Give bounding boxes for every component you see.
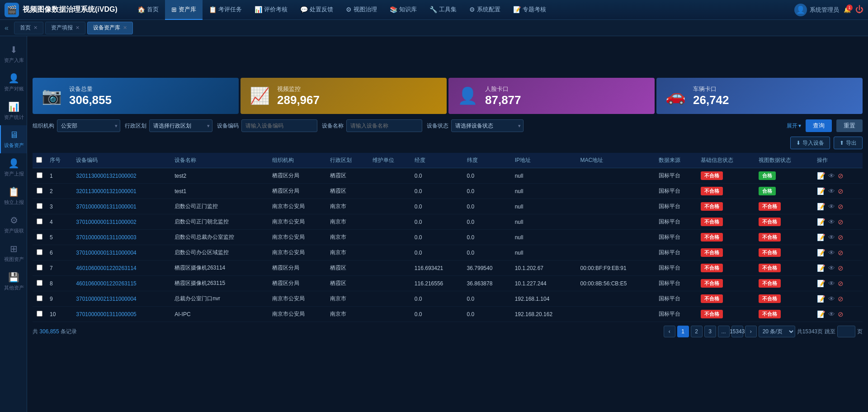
op-view-icon[interactable]: 👁 — [828, 233, 835, 241]
sidebar-item-asset-stats[interactable]: 📊 资产统计 — [0, 97, 27, 125]
nav-tools[interactable]: 🔧 工具集 — [423, 0, 463, 20]
nav-sysconfig[interactable]: ⚙ 系统配置 — [463, 0, 507, 20]
page-1-button[interactable]: 1 — [677, 326, 689, 337]
sidebar-item-view-assets[interactable]: ⊞ 视图资产 — [0, 239, 27, 267]
reset-button[interactable]: 重置 — [836, 119, 863, 132]
op-view-icon[interactable]: 👁 — [828, 295, 835, 303]
tab-device-assets-close[interactable]: ✕ — [123, 25, 127, 31]
tab-device-assets[interactable]: 设备资产库 ✕ — [87, 22, 133, 34]
op-delete-icon[interactable]: ⊘ — [838, 233, 844, 242]
op-edit-icon[interactable]: 📝 — [817, 264, 826, 272]
nav-assets[interactable]: ⊞ 资产库 — [165, 0, 203, 20]
row-checkbox[interactable] — [37, 218, 42, 224]
op-edit-icon[interactable]: 📝 — [817, 187, 826, 195]
row-checkbox[interactable] — [37, 249, 42, 255]
tab-asset-fill[interactable]: 资产填报 ✕ — [45, 22, 85, 34]
page-prev-button[interactable]: ‹ — [664, 326, 675, 337]
op-edit-icon[interactable]: 📝 — [817, 218, 826, 226]
cell-code[interactable]: 37010000001311000005 — [72, 307, 171, 322]
expand-button[interactable]: 展开 ▾ — [787, 122, 801, 130]
select-all-checkbox[interactable] — [36, 157, 42, 163]
op-delete-icon[interactable]: ⊘ — [838, 187, 844, 195]
op-edit-icon[interactable]: 📝 — [817, 233, 826, 242]
sidebar-item-asset-cascade[interactable]: ⚙ 资产级联 — [0, 210, 27, 239]
page-2-button[interactable]: 2 — [691, 326, 703, 337]
goto-input[interactable] — [837, 326, 855, 337]
op-edit-icon[interactable]: 📝 — [817, 295, 826, 303]
page-next-button[interactable]: › — [745, 326, 757, 337]
op-view-icon[interactable]: 👁 — [828, 172, 835, 180]
sidebar-item-standalone-report[interactable]: 📋 独立上报 — [0, 182, 27, 210]
tab-asset-fill-close[interactable]: ✕ — [75, 25, 80, 31]
cell-code[interactable]: 37010000001311000003 — [72, 230, 171, 245]
op-delete-icon[interactable]: ⊘ — [838, 264, 844, 272]
row-checkbox[interactable] — [37, 280, 42, 286]
export-button[interactable]: ⬆ 导出 — [834, 137, 863, 149]
cell-code[interactable]: 46010600001220263114 — [72, 260, 171, 276]
org-select[interactable]: 公安部 — [57, 119, 120, 132]
page-size-select[interactable]: 20 条/页 50 条/页 100 条/页 — [759, 326, 795, 337]
notification-button[interactable]: 🔔 1 — [844, 6, 851, 13]
row-checkbox[interactable] — [37, 265, 42, 270]
sidebar-item-asset-reconcile[interactable]: 👤 资产对账 — [0, 68, 27, 97]
row-checkbox[interactable] — [37, 234, 42, 240]
sidebar-item-asset-report[interactable]: 👤 资产上报 — [0, 153, 27, 182]
op-delete-icon[interactable]: ⊘ — [838, 218, 844, 226]
op-view-icon[interactable]: 👁 — [828, 203, 835, 210]
op-edit-icon[interactable]: 📝 — [817, 249, 826, 257]
import-button[interactable]: ⬇ 导入设备 — [790, 137, 830, 149]
admin-select[interactable]: 请选择行政区划 — [149, 119, 212, 132]
op-view-icon[interactable]: 👁 — [828, 249, 835, 256]
cell-code[interactable]: 46010600001220263115 — [72, 276, 171, 291]
row-checkbox[interactable] — [37, 188, 42, 194]
cell-code[interactable]: 32011300001321000001 — [72, 184, 171, 199]
op-delete-icon[interactable]: ⊘ — [838, 172, 844, 180]
name-filter-input[interactable] — [346, 119, 422, 132]
sidebar-item-other-assets[interactable]: 💾 其他资产 — [0, 267, 27, 296]
nav-home[interactable]: 🏠 首页 — [131, 0, 165, 20]
nav-eval-task[interactable]: 📋 考评任务 — [203, 0, 248, 20]
op-edit-icon[interactable]: 📝 — [817, 310, 826, 318]
nav-knowledge[interactable]: 📚 知识库 — [383, 0, 423, 20]
op-delete-icon[interactable]: ⊘ — [838, 203, 844, 211]
status-select[interactable]: 请选择设备状态 — [451, 119, 524, 132]
nav-feedback[interactable]: 💬 处置反馈 — [294, 0, 340, 20]
page-3-button[interactable]: 3 — [704, 326, 716, 337]
op-view-icon[interactable]: 👁 — [828, 187, 835, 195]
code-filter-input[interactable] — [241, 119, 317, 132]
row-checkbox[interactable] — [37, 311, 42, 317]
power-button[interactable]: ⏻ — [855, 5, 863, 14]
op-view-icon[interactable]: 👁 — [828, 279, 835, 287]
nav-eval[interactable]: 📊 评价考核 — [248, 0, 294, 20]
op-delete-icon[interactable]: ⊘ — [838, 295, 844, 303]
tab-collapse-button[interactable]: « — [5, 24, 9, 32]
sidebar-item-asset-import[interactable]: ⬇ 资产入库 — [0, 40, 27, 68]
op-edit-icon[interactable]: 📝 — [817, 203, 826, 211]
row-checkbox[interactable] — [37, 203, 42, 209]
op-view-icon[interactable]: 👁 — [828, 310, 835, 318]
op-delete-icon[interactable]: ⊘ — [838, 249, 844, 257]
op-view-icon[interactable]: 👁 — [828, 218, 835, 226]
page-last-button[interactable]: 15343 — [731, 326, 743, 337]
nav-view[interactable]: ⚙ 视图治理 — [340, 0, 383, 20]
table-row: 5 37010000001311000003 启数公司总裁办公室监控 南京市公安… — [33, 230, 863, 245]
query-button[interactable]: 查询 — [806, 119, 832, 132]
cell-code[interactable]: 32011300001321000002 — [72, 168, 171, 184]
tab-home-close[interactable]: ✕ — [33, 25, 38, 31]
op-delete-icon[interactable]: ⊘ — [838, 310, 844, 318]
row-checkbox[interactable] — [37, 172, 42, 178]
cell-code[interactable]: 37010000001311000004 — [72, 245, 171, 260]
op-delete-icon[interactable]: ⊘ — [838, 279, 844, 288]
user-info[interactable]: 👤 系统管理员 — [794, 4, 839, 16]
row-checkbox[interactable] — [37, 295, 42, 301]
sidebar-item-device-assets[interactable]: 🖥 设备资产 — [0, 125, 27, 153]
cell-code[interactable]: 37010000001311000002 — [72, 214, 171, 230]
op-edit-icon[interactable]: 📝 — [817, 172, 826, 180]
nav-special[interactable]: 📝 专题考核 — [507, 0, 552, 20]
op-edit-icon[interactable]: 📝 — [817, 279, 826, 288]
cell-code[interactable]: 37010000021311000004 — [72, 291, 171, 307]
cell-maintain — [369, 184, 411, 199]
cell-code[interactable]: 37010000001311000001 — [72, 199, 171, 214]
tab-home[interactable]: 首页 ✕ — [14, 22, 43, 34]
op-view-icon[interactable]: 👁 — [828, 264, 835, 272]
